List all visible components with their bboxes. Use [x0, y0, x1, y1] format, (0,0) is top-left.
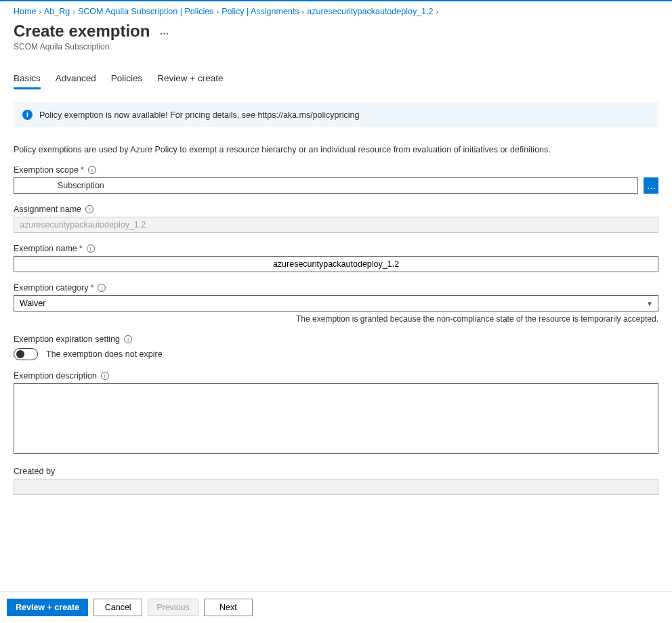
chevron-right-icon: › — [216, 7, 219, 16]
tab-review-create[interactable]: Review + create — [157, 69, 223, 89]
breadcrumb-ab-rg[interactable]: Ab_Rg — [44, 7, 70, 16]
more-actions-icon[interactable]: … — [159, 26, 169, 37]
scope-picker-button[interactable]: … — [644, 177, 658, 194]
exemption-category-select[interactable]: Waiver — [14, 295, 658, 312]
toggle-knob — [16, 350, 24, 358]
label-exemption-description: Exemption description i — [14, 371, 658, 381]
breadcrumb-policy-assignments[interactable]: Policy | Assignments — [222, 7, 299, 16]
label-assignment-name: Assignment name i — [14, 205, 658, 214]
cancel-button[interactable]: Cancel — [93, 599, 142, 616]
tab-policies[interactable]: Policies — [111, 69, 143, 89]
page-subtitle: SCOM Aquila Subscription — [14, 42, 658, 51]
exemption-scope-input[interactable] — [14, 177, 638, 194]
label-expiration-setting: Exemption expiration setting i — [14, 335, 658, 344]
label-exemption-scope: Exemption scope * i — [14, 165, 658, 175]
required-marker: * — [79, 244, 83, 253]
breadcrumb: Home › Ab_Rg › SCOM Aquila Subscription … — [14, 1, 658, 19]
review-create-button[interactable]: Review + create — [7, 599, 88, 616]
page-title: Create exemption … — [14, 22, 658, 41]
footer-action-bar: Review + create Cancel Previous Next — [0, 591, 672, 623]
expiration-toggle-label: The exemption does not expire — [46, 349, 163, 359]
tab-basics[interactable]: Basics — [14, 69, 41, 89]
breadcrumb-assignment-name[interactable]: azuresecuritypackautodeploy_1.2 — [307, 7, 433, 16]
info-banner: i Policy exemption is now available! For… — [14, 102, 658, 127]
page-title-text: Create exemption — [14, 22, 150, 41]
next-button[interactable]: Next — [204, 599, 253, 616]
label-exemption-category: Exemption category * i — [14, 283, 658, 293]
tab-bar: Basics Advanced Policies Review + create — [14, 69, 658, 90]
info-icon[interactable]: i — [101, 372, 109, 380]
previous-button: Previous — [148, 599, 198, 616]
label-exemption-name: Exemption name * i — [14, 244, 658, 253]
info-icon[interactable]: i — [88, 166, 96, 174]
info-icon[interactable]: i — [98, 284, 106, 292]
info-icon[interactable]: i — [85, 205, 93, 213]
exemption-description-textarea[interactable] — [14, 383, 658, 454]
chevron-right-icon: › — [39, 7, 41, 16]
category-helper-text: The exemption is granted because the non… — [14, 314, 658, 324]
info-icon: i — [22, 110, 33, 120]
created-by-input — [14, 479, 658, 495]
label-created-by: Created by — [14, 467, 658, 476]
expiration-toggle[interactable] — [14, 348, 38, 360]
required-marker: * — [81, 165, 84, 175]
assignment-name-input — [14, 217, 658, 233]
info-icon[interactable]: i — [87, 244, 95, 253]
tab-advanced[interactable]: Advanced — [56, 69, 96, 89]
chevron-right-icon: › — [302, 7, 305, 16]
exemption-name-input[interactable] — [14, 256, 658, 272]
breadcrumb-subscription-policies[interactable]: SCOM Aquila Subscription | Policies — [78, 7, 214, 16]
ellipsis-icon: … — [647, 180, 656, 191]
info-icon[interactable]: i — [124, 335, 132, 343]
required-marker: * — [90, 283, 93, 293]
info-banner-text: Policy exemption is now available! For p… — [39, 110, 359, 120]
breadcrumb-home[interactable]: Home — [14, 7, 36, 16]
page-description: Policy exemptions are used by Azure Poli… — [14, 145, 658, 154]
chevron-right-icon: › — [436, 7, 438, 16]
chevron-right-icon: › — [72, 7, 75, 16]
